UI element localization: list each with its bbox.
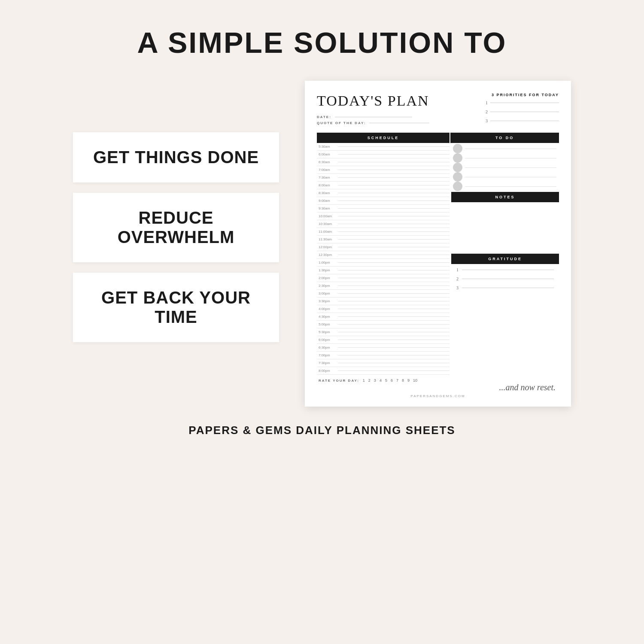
rate-number: 4 bbox=[380, 378, 382, 383]
time-slot: 10:30am bbox=[317, 220, 450, 228]
todo-item-row bbox=[453, 154, 556, 162]
todo-item-row bbox=[453, 145, 556, 152]
quote-label: QUOTE OF THE DAY: bbox=[317, 121, 366, 125]
time-slot: 6:00am bbox=[317, 151, 450, 158]
gratitude-item: 3 bbox=[456, 286, 554, 290]
benefit-card-3: GET BACK YOUR TIME bbox=[73, 273, 279, 342]
time-slot: 5:30am bbox=[317, 143, 450, 151]
rate-section: RATE YOUR DAY: 12345678910 bbox=[317, 378, 559, 383]
reset-text: ...and now reset. bbox=[317, 383, 559, 392]
todo-line bbox=[465, 186, 556, 187]
right-panel: TODAY'S PLAN DATE: QUOTE OF THE DAY: bbox=[305, 81, 571, 407]
website-text: PAPERSANDGEMS.COM bbox=[317, 394, 559, 398]
priority-num-3: 3 bbox=[486, 118, 488, 123]
time-slot: 11:30am bbox=[317, 236, 450, 243]
time-slot: 2:30pm bbox=[317, 282, 450, 290]
rate-number: 3 bbox=[374, 378, 376, 383]
time-slot: 12:00pm bbox=[317, 243, 450, 251]
time-slot: 7:00am bbox=[317, 166, 450, 174]
todo-line bbox=[465, 167, 556, 168]
time-slot: 7:00pm bbox=[317, 352, 450, 359]
time-slot: 8:00am bbox=[317, 182, 450, 189]
priority-line-2 bbox=[490, 112, 559, 112]
todo-item-row bbox=[453, 173, 556, 181]
notes-header: NOTES bbox=[451, 192, 559, 202]
todo-line bbox=[465, 149, 556, 149]
priorities-section: 3 PRIORITIES FOR TODAY 1 2 3 bbox=[486, 93, 559, 128]
gratitude-item: 1 bbox=[456, 267, 554, 272]
benefit-card-1: GET THINGS DONE bbox=[73, 132, 279, 182]
time-slot: 6:00pm bbox=[317, 336, 450, 344]
time-slot: 1:30pm bbox=[317, 267, 450, 274]
todo-header: TO DO bbox=[450, 133, 559, 143]
time-slot: 8:30am bbox=[317, 189, 450, 197]
todo-circle bbox=[453, 163, 462, 172]
time-slot: 3:00pm bbox=[317, 290, 450, 298]
benefit-card-2: REDUCE OVERWHELM bbox=[73, 193, 279, 262]
rate-number: 2 bbox=[368, 378, 371, 383]
time-slot: 2:00pm bbox=[317, 274, 450, 282]
benefit-text-2: REDUCE OVERWHELM bbox=[90, 208, 262, 247]
time-slot: 9:30am bbox=[317, 205, 450, 213]
planner-title: TODAY'S PLAN bbox=[317, 93, 429, 109]
gratitude-item: 2 bbox=[456, 276, 554, 281]
gratitude-header: GRATITUDE bbox=[451, 254, 559, 264]
time-slot: 6:30am bbox=[317, 158, 450, 166]
rate-number: 7 bbox=[396, 378, 398, 383]
priority-num-1: 1 bbox=[486, 100, 488, 105]
planner-header: TODAY'S PLAN DATE: QUOTE OF THE DAY: bbox=[317, 93, 559, 128]
time-slot: 5:00pm bbox=[317, 321, 450, 328]
schedule-body: 5:30am6:00am6:30am7:00am7:30am8:00am8:30… bbox=[317, 143, 559, 375]
priority-line-3 bbox=[490, 121, 559, 121]
time-slot: 1:00pm bbox=[317, 259, 450, 267]
benefits-column: GET THINGS DONE REDUCE OVERWHELM GET BAC… bbox=[73, 132, 279, 342]
benefit-text-1: GET THINGS DONE bbox=[93, 148, 259, 167]
rate-number: 10 bbox=[413, 378, 417, 383]
rate-numbers: 12345678910 bbox=[363, 378, 417, 383]
todo-column: NOTES GRATITUDE 123 bbox=[450, 143, 559, 375]
priority-3: 3 bbox=[486, 118, 559, 123]
rate-number: 5 bbox=[385, 378, 387, 383]
rate-number: 1 bbox=[363, 378, 365, 383]
bottom-branding: PAPERS & GEMS DAILY PLANNING SHEETS bbox=[188, 424, 455, 437]
gratitude-items: 123 bbox=[451, 264, 559, 298]
rate-label: RATE YOUR DAY: bbox=[319, 379, 359, 383]
schedule-header: SCHEDULE bbox=[317, 133, 450, 143]
todo-line bbox=[465, 158, 556, 158]
priority-1: 1 bbox=[486, 100, 559, 105]
date-line bbox=[335, 117, 412, 117]
quote-line bbox=[369, 123, 429, 123]
todo-line bbox=[465, 177, 556, 177]
page-wrapper: A SIMPLE SOLUTION TO GET THINGS DONE RED… bbox=[0, 0, 644, 644]
benefit-text-3: GET BACK YOUR TIME bbox=[90, 288, 262, 327]
time-slot: 10:00am bbox=[317, 213, 450, 220]
todo-circle bbox=[453, 182, 462, 191]
date-label: DATE: bbox=[317, 115, 331, 119]
main-title: A SIMPLE SOLUTION TO bbox=[137, 26, 507, 59]
time-slot: 9:00am bbox=[317, 197, 450, 205]
priorities-title: 3 PRIORITIES FOR TODAY bbox=[486, 93, 559, 97]
time-slots-column: 5:30am6:00am6:30am7:00am7:30am8:00am8:30… bbox=[317, 143, 450, 375]
rate-number: 9 bbox=[407, 378, 410, 383]
notes-body bbox=[451, 202, 559, 254]
todo-items-area bbox=[450, 143, 559, 192]
todo-circle bbox=[453, 144, 462, 153]
time-slot: 8:00pm bbox=[317, 367, 450, 375]
planner-sheet: TODAY'S PLAN DATE: QUOTE OF THE DAY: bbox=[305, 81, 571, 407]
priority-line-1 bbox=[490, 103, 559, 103]
quote-row: QUOTE OF THE DAY: bbox=[317, 121, 429, 125]
time-slot: 5:30pm bbox=[317, 328, 450, 336]
priority-num-2: 2 bbox=[486, 109, 488, 114]
time-slot: 3:30pm bbox=[317, 298, 450, 305]
time-slot: 4:30pm bbox=[317, 313, 450, 321]
todo-item-row bbox=[453, 182, 556, 190]
date-row: DATE: bbox=[317, 115, 429, 119]
time-slot: 12:30pm bbox=[317, 251, 450, 259]
time-slot: 4:00pm bbox=[317, 305, 450, 313]
time-slot: 7:30pm bbox=[317, 359, 450, 367]
time-slot: 11:00am bbox=[317, 228, 450, 236]
branding-text: PAPERS & GEMS DAILY PLANNING SHEETS bbox=[188, 424, 455, 437]
schedule-todo-header: SCHEDULE TO DO bbox=[317, 133, 559, 143]
todo-circle bbox=[453, 172, 462, 182]
todo-item-row bbox=[453, 164, 556, 171]
